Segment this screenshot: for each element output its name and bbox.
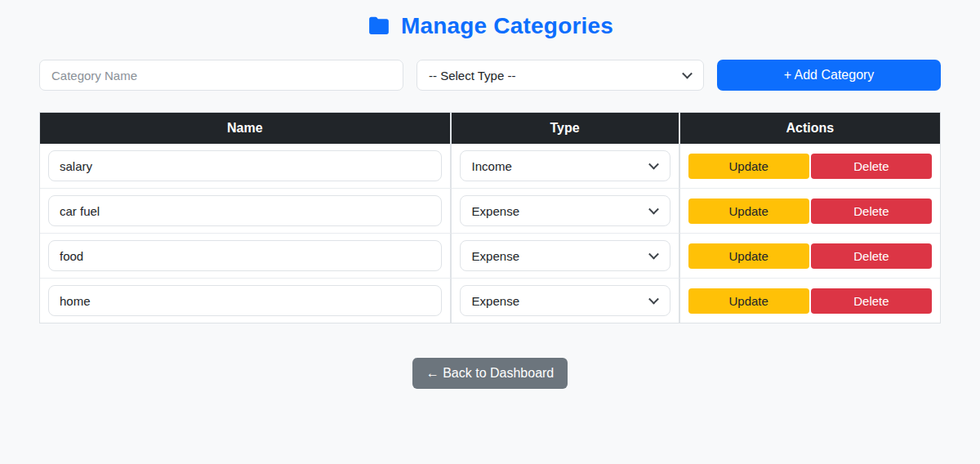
page-title: Manage Categories [401,13,613,39]
table-row: Expense Update Delete [40,279,940,323]
row-category-name-input[interactable] [48,195,442,226]
row-actions: Update Delete [688,288,932,314]
delete-button[interactable]: Delete [811,288,932,314]
type-cell: Expense [452,279,680,323]
folder-icon [367,14,391,38]
type-cell: Income [452,144,680,189]
table-row: Income Update Delete [40,144,940,189]
name-cell [40,234,452,279]
name-cell [40,144,452,189]
actions-cell: Update Delete [680,234,940,279]
add-category-form: -- Select Type -- + Add Category [39,60,941,91]
actions-cell: Update Delete [680,279,940,323]
row-type-select-wrap: Expense [460,240,670,271]
page-header: Manage Categories [39,0,941,39]
row-actions: Update Delete [688,199,932,224]
add-category-button[interactable]: + Add Category [717,60,941,91]
row-category-type-select[interactable]: Expense [460,240,670,271]
row-category-name-input[interactable] [48,150,442,181]
update-button[interactable]: Update [688,199,809,224]
row-type-select-wrap: Expense [460,195,670,226]
row-category-type-select[interactable]: Expense [460,195,670,226]
actions-cell: Update Delete [680,189,940,234]
actions-cell: Update Delete [680,144,940,189]
update-button[interactable]: Update [688,288,809,314]
page-container: Manage Categories -- Select Type -- + Ad… [0,0,980,389]
table-row: Expense Update Delete [40,234,940,279]
back-to-dashboard-button[interactable]: ← Back to Dashboard [412,358,568,389]
row-category-type-select[interactable]: Income [460,150,670,181]
column-header-type: Type [452,113,680,144]
update-button[interactable]: Update [688,243,809,269]
name-cell [40,189,452,234]
delete-button[interactable]: Delete [811,199,932,224]
category-type-select-wrap: -- Select Type -- [416,60,704,91]
type-cell: Expense [452,234,680,279]
row-category-type-select[interactable]: Expense [460,285,670,316]
update-button[interactable]: Update [688,154,809,179]
table-row: Expense Update Delete [40,189,940,234]
column-header-name: Name [40,113,452,144]
row-actions: Update Delete [688,154,932,179]
footer: ← Back to Dashboard [39,358,941,389]
row-category-name-input[interactable] [48,285,442,316]
category-name-input[interactable] [39,60,403,91]
row-actions: Update Delete [688,243,932,269]
categories-table: Name Type Actions Income Update Delete [39,112,941,323]
category-type-select[interactable]: -- Select Type -- [416,60,704,91]
row-type-select-wrap: Expense [460,285,670,316]
delete-button[interactable]: Delete [811,243,932,269]
row-category-name-input[interactable] [48,240,442,271]
name-cell [40,279,452,323]
row-type-select-wrap: Income [460,150,670,181]
delete-button[interactable]: Delete [811,154,932,179]
column-header-actions: Actions [680,113,940,144]
type-cell: Expense [452,189,680,234]
table-header-row: Name Type Actions [40,113,940,144]
